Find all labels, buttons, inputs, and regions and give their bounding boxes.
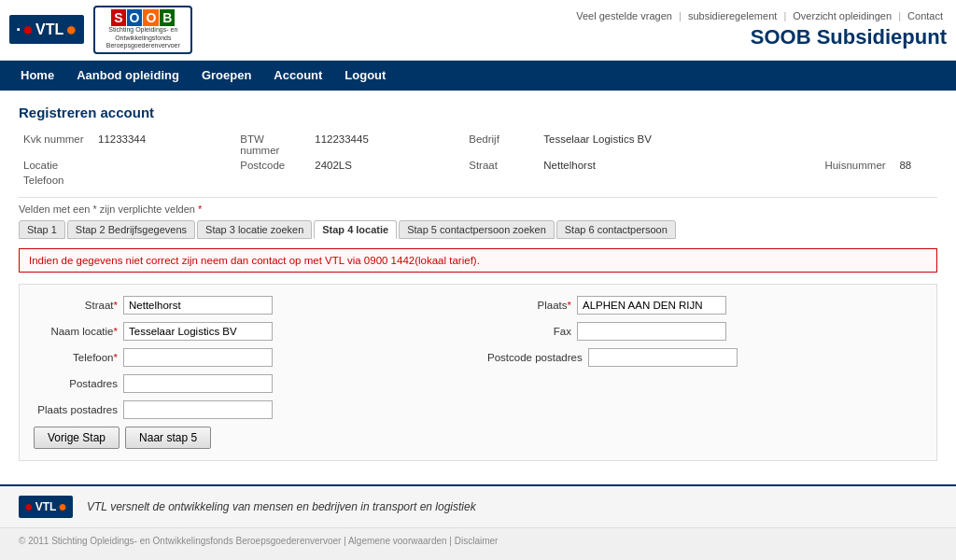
straat-value: Nettelhorst — [539, 158, 773, 173]
btn-row: Vorige Stap Naar stap 5 — [34, 427, 922, 449]
straat-field: Straat* — [34, 296, 469, 315]
top-right: Veel gestelde vragen | subsidieregelemen… — [572, 10, 947, 49]
postcode-label: Postcode — [235, 158, 310, 173]
plaats-postadres-field: Plaats postadres — [34, 400, 469, 419]
bottom-footer: © 2011 Stichting Opleidings- en Ontwikke… — [0, 527, 956, 553]
soob-logo: S O O B Stichting Opleidings- en Ontwikk… — [93, 6, 192, 53]
page-title: Registreren account — [19, 105, 937, 120]
huisnummer-value: 88 — [894, 158, 937, 173]
nav-home[interactable]: Home — [9, 61, 65, 91]
naam-locatie-field: Naam locatie* — [34, 322, 469, 341]
vtl-footer-text: VTL versnelt de ontwikkeling van mensen … — [87, 500, 476, 513]
step-6-btn[interactable]: Stap 6 contactpersoon — [556, 220, 676, 239]
step-4-btn[interactable]: Stap 4 locatie — [314, 220, 397, 239]
steps-container: Stap 1 Stap 2 Bedrijfsgegevens Stap 3 lo… — [19, 220, 937, 239]
huisnummer-label: Huisnummer — [820, 158, 894, 173]
soob-subtitle: Stichting Opleidings- en Ontwikkelingsfo… — [101, 26, 185, 49]
telefoon-input[interactable] — [123, 348, 273, 367]
form-row-4: Postadres — [34, 374, 922, 393]
straat-field-label: Straat* — [34, 300, 118, 311]
info-table: Kvk nummer 11233344 BTW nummer 112233445… — [19, 132, 937, 188]
fax-field: Fax — [487, 322, 922, 341]
soob-title: SOOB Subsidiepunt — [572, 25, 947, 49]
vtl-footer-logo: ● VTL ● — [19, 496, 73, 518]
plaats-postadres-label: Plaats postadres — [34, 404, 118, 415]
postadres-label: Postadres — [34, 378, 118, 389]
bedrijf-value: Tesselaar Logistics BV — [539, 132, 773, 158]
form-row-5: Plaats postadres — [34, 400, 922, 419]
content: Registreren account Kvk nummer 11233344 … — [0, 91, 956, 484]
kvk-value: 11233344 — [93, 132, 207, 158]
bedrijf-label: Bedrijf — [464, 132, 539, 158]
postcode-postadres-label: Postcode postadres — [487, 352, 583, 363]
nav-groepen[interactable]: Groepen — [190, 61, 262, 91]
logos: ▪ ● VTL ● S O O B Stichting Opleidings- … — [9, 6, 192, 53]
form-row-1: Straat* Plaats* — [34, 296, 922, 315]
top-link-overzicht[interactable]: Overzicht opleidingen — [793, 10, 892, 21]
top-link-contact[interactable]: Contact — [907, 10, 943, 21]
telefoon-field-label: Telefoon* — [34, 352, 118, 363]
top-link-faq[interactable]: Veel gestelde vragen — [576, 10, 672, 21]
step-5-btn[interactable]: Stap 5 contactpersoon zoeken — [399, 220, 555, 239]
vtl-footer: ● VTL ● VTL versnelt de ontwikkeling van… — [0, 484, 956, 527]
postcode-value: 2402LS — [310, 158, 436, 173]
nav-logout[interactable]: Logout — [333, 61, 397, 91]
locatie-label: Locatie — [19, 158, 93, 173]
naam-locatie-input[interactable] — [123, 322, 273, 341]
postadres-input[interactable] — [123, 374, 273, 393]
plaats-field-label: Plaats* — [487, 300, 571, 311]
step-3-btn[interactable]: Stap 3 locatie zoeken — [197, 220, 312, 239]
btw-label: BTW nummer — [235, 132, 310, 158]
postcode-postadres-input[interactable] — [588, 348, 738, 367]
back-button[interactable]: Vorige Stap — [34, 427, 120, 449]
required-note: Velden met een * zijn verplichte velden … — [19, 203, 937, 215]
top-bar: ▪ ● VTL ● S O O B Stichting Opleidings- … — [0, 0, 956, 61]
warning-box: Indien de gegevens niet correct zijn nee… — [19, 248, 937, 273]
telefoon-label: Telefoon — [19, 173, 93, 188]
plaats-input[interactable] — [577, 296, 726, 315]
form-row-3: Telefoon* Postcode postadres — [34, 348, 922, 367]
top-links: Veel gestelde vragen | subsidieregelemen… — [572, 10, 947, 21]
step-2-btn[interactable]: Stap 2 Bedrijfsgegevens — [67, 220, 195, 239]
nav-aanbod[interactable]: Aanbod opleiding — [65, 61, 190, 91]
straat-label: Straat — [464, 158, 539, 173]
naam-locatie-label: Naam locatie* — [34, 326, 118, 337]
plaats-field: Plaats* — [487, 296, 922, 315]
bottom-footer-text: © 2011 Stichting Opleidings- en Ontwikke… — [19, 536, 498, 546]
next-button[interactable]: Naar stap 5 — [125, 427, 211, 449]
postcode-postadres-field: Postcode postadres — [487, 348, 922, 367]
plaats-postadres-input[interactable] — [123, 400, 273, 419]
nav-bar: Home Aanbod opleiding Groepen Account Lo… — [0, 61, 956, 91]
vtl-logo: ▪ ● VTL ● — [9, 15, 84, 44]
nav-account[interactable]: Account — [262, 61, 333, 91]
top-link-subsidie[interactable]: subsidieregelement — [688, 10, 777, 21]
fax-input[interactable] — [577, 322, 726, 341]
straat-input[interactable] — [123, 296, 273, 315]
form-section: Straat* Plaats* Naam locatie* Fax — [19, 284, 937, 461]
btw-value: 112233445 — [310, 132, 436, 158]
telefoon-field: Telefoon* — [34, 348, 469, 367]
form-row-2: Naam locatie* Fax — [34, 322, 922, 341]
fax-label: Fax — [487, 326, 571, 337]
kvk-label: Kvk nummer — [19, 132, 93, 158]
postadres-field: Postadres — [34, 374, 469, 393]
step-1-btn[interactable]: Stap 1 — [19, 220, 65, 239]
vtl-footer-logo-mark: ● VTL ● — [19, 496, 73, 518]
